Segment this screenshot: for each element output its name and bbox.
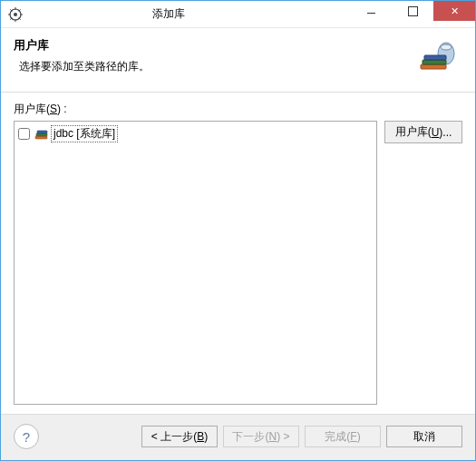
library-icon bbox=[34, 127, 49, 142]
cancel-button[interactable]: 取消 bbox=[386, 426, 462, 447]
library-books-icon bbox=[415, 37, 459, 81]
svg-point-11 bbox=[441, 44, 452, 50]
footer: ? < 上一步(B) 下一步(N) > 完成(F) 取消 bbox=[1, 414, 475, 460]
list-label: 用户库(S) : bbox=[14, 102, 462, 117]
window-title: 添加库 bbox=[0, 6, 350, 22]
svg-rect-12 bbox=[421, 64, 446, 69]
window-controls bbox=[350, 1, 475, 27]
list-item[interactable]: jdbc [系统库] bbox=[17, 124, 374, 143]
library-checkbox[interactable] bbox=[18, 128, 30, 140]
back-button[interactable]: < 上一步(B) bbox=[141, 426, 218, 447]
finish-button: 完成(F) bbox=[305, 426, 381, 447]
svg-rect-15 bbox=[35, 136, 47, 139]
user-libraries-list[interactable]: jdbc [系统库] bbox=[14, 121, 377, 405]
svg-rect-16 bbox=[36, 133, 47, 136]
svg-rect-17 bbox=[37, 131, 47, 133]
next-button: 下一步(N) > bbox=[223, 426, 299, 447]
help-icon[interactable]: ? bbox=[14, 424, 39, 449]
maximize-button[interactable] bbox=[392, 1, 433, 21]
banner-subtitle: 选择要添加至类路径的库。 bbox=[19, 59, 415, 74]
user-libraries-button[interactable]: 用户库(U)... bbox=[384, 121, 462, 143]
content-area: 用户库(S) : jdbc [系统库] bbox=[1, 93, 475, 414]
dialog-window: 添加库 用户库 选择要添加至类路径的库。 用户库(S) : bbox=[0, 0, 476, 461]
banner-title: 用户库 bbox=[14, 37, 415, 54]
svg-rect-14 bbox=[424, 55, 446, 60]
titlebar: 添加库 bbox=[1, 1, 475, 28]
close-button[interactable] bbox=[433, 1, 475, 21]
library-item-label: jdbc [系统库] bbox=[51, 125, 118, 142]
svg-rect-13 bbox=[423, 60, 446, 64]
banner: 用户库 选择要添加至类路径的库。 bbox=[1, 28, 475, 93]
minimize-button[interactable] bbox=[350, 1, 392, 21]
